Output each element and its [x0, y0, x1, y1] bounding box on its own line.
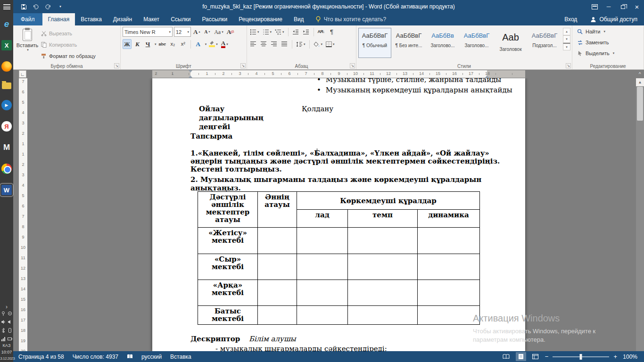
empty-cell[interactable] — [348, 280, 418, 306]
table-header-means[interactable]: Көркемдеуші құралдар — [297, 192, 480, 210]
empty-cell[interactable] — [418, 254, 480, 280]
excel-icon[interactable]: X — [1, 40, 12, 50]
taskbar-menu-icon[interactable] — [3, 4, 10, 9]
style-no-spacing[interactable]: АаБбВвГ¶ Без инте... — [392, 28, 425, 58]
redo-button[interactable] — [44, 3, 52, 10]
customize-qat-icon[interactable]: ▾ — [57, 3, 64, 10]
folder-icon[interactable] — [2, 82, 11, 89]
tab-file[interactable]: Файл — [13, 13, 42, 25]
paragraph-dialog-launcher[interactable]: ↘ — [350, 63, 355, 68]
styles-dialog-launcher[interactable]: ↘ — [566, 63, 571, 68]
language-indicator[interactable]: русский — [137, 354, 166, 360]
style-subtitle[interactable]: АаБбВвГПодзагол... — [528, 28, 561, 58]
table-header-schools[interactable]: Дәстүрлі әншілік мектептер атауы — [198, 192, 258, 228]
align-right-button[interactable] — [270, 39, 279, 49]
font-name-select[interactable]: Times New R▾ — [123, 27, 173, 37]
borders-button[interactable]: ▾ — [325, 39, 336, 49]
highlight-color-button[interactable]: ▾ — [208, 39, 219, 49]
tab-review[interactable]: Рецензирование — [233, 13, 288, 25]
battery-icon[interactable] — [8, 337, 12, 341]
ribbon-display-options-button[interactable] — [587, 0, 602, 13]
collapse-ribbon-button[interactable]: ^ — [636, 70, 644, 78]
tab-home[interactable]: Главная — [42, 13, 75, 25]
italic-button[interactable]: К — [133, 39, 142, 49]
change-case-button[interactable]: Аа▾ — [213, 27, 224, 37]
style-title[interactable]: АabЗаголовок — [494, 28, 527, 58]
font-dialog-launcher[interactable]: ↘ — [240, 63, 246, 68]
subscript-button[interactable]: x₂ — [168, 39, 177, 49]
tab-layout[interactable]: Макет — [138, 13, 165, 25]
empty-cell[interactable] — [297, 228, 348, 254]
tab-references[interactable]: Ссылки — [165, 13, 196, 25]
insert-mode-indicator[interactable]: Вставка — [166, 354, 196, 360]
style-normal[interactable]: АаБбВвГ¶ Обычный — [358, 28, 391, 58]
underline-button[interactable]: Ч — [143, 39, 152, 49]
clock-time[interactable]: 10:07 — [1, 350, 12, 354]
web-layout-button[interactable] — [530, 352, 541, 361]
line-spacing-button[interactable]: ▾ — [295, 39, 306, 49]
text-effects-button[interactable]: А — [194, 39, 203, 49]
document-page[interactable]: •Музыканы түріне, стиліне, жанрына талда… — [152, 78, 525, 351]
tray-expand-icon[interactable]: › — [6, 304, 8, 309]
firefox-icon[interactable] — [1, 61, 12, 72]
m-app-icon[interactable]: M — [1, 142, 12, 153]
empty-cell[interactable] — [348, 254, 418, 280]
font-color-button[interactable]: А▾ — [220, 39, 229, 49]
first-line-indent-marker[interactable] — [189, 70, 192, 73]
close-button[interactable]: × — [630, 0, 644, 13]
speaker-icon[interactable] — [8, 320, 12, 324]
decrease-indent-button[interactable] — [291, 27, 300, 37]
align-center-button[interactable] — [259, 39, 268, 49]
zoom-slider[interactable] — [553, 356, 609, 357]
sign-in-button[interactable]: Вход — [558, 13, 584, 25]
tab-insert[interactable]: Вставка — [75, 13, 107, 25]
vertical-ruler[interactable]: 76543211234567891011121314151617181920 — [19, 78, 27, 351]
table-subheader-dynamics[interactable]: динамика — [418, 210, 480, 228]
clock-date[interactable]: 13.12.2023 — [0, 356, 15, 361]
zoom-in-button[interactable]: + — [613, 353, 617, 360]
font-size-select[interactable]: 12▾ — [174, 27, 191, 37]
empty-cell[interactable] — [297, 254, 348, 280]
empty-cell[interactable] — [258, 280, 297, 306]
chrome-icon[interactable] — [1, 164, 12, 174]
scroll-up-button[interactable]: ▲ — [636, 78, 644, 86]
empty-cell[interactable] — [418, 280, 480, 306]
shading-button[interactable]: ▾ — [313, 39, 324, 49]
style-heading1[interactable]: АаБбВвЗаголово... — [426, 28, 459, 58]
phone-icon[interactable] — [8, 328, 12, 333]
underline-dropdown[interactable]: ▾ — [155, 42, 157, 46]
justify-button[interactable] — [280, 39, 289, 49]
tell-me-box[interactable]: Что вы хотите сделать? — [310, 13, 392, 25]
horizontal-ruler[interactable]: 21 123456789101112131415161718 — [152, 70, 525, 78]
table-subheader-lad[interactable]: лад — [297, 210, 348, 228]
align-left-button[interactable] — [249, 39, 258, 49]
media-player-icon[interactable]: ▶ — [1, 100, 12, 110]
proofing-status[interactable] — [123, 354, 137, 359]
clipboard-dialog-launcher[interactable]: ↘ — [114, 63, 119, 68]
paste-button[interactable]: Вставить ▾ — [15, 27, 40, 62]
school-cell[interactable]: «Жетісу» мектебі — [198, 228, 258, 254]
vertical-scrollbar[interactable]: ▲ — [636, 78, 644, 351]
table-header-song[interactable]: Әннің атауы — [258, 192, 297, 228]
empty-cell[interactable] — [418, 228, 480, 254]
bullets-button[interactable]: ▾ — [249, 27, 260, 37]
empty-cell[interactable] — [258, 306, 297, 325]
styles-scroll-up-button[interactable]: ▴ — [563, 28, 570, 35]
bluetooth-icon[interactable] — [1, 328, 6, 333]
scrollbar-thumb[interactable] — [637, 87, 643, 121]
empty-cell[interactable] — [258, 254, 297, 280]
increase-indent-button[interactable] — [302, 27, 311, 37]
right-indent-marker[interactable] — [485, 75, 489, 78]
school-cell[interactable]: Батыс мектебі — [198, 306, 258, 325]
school-cell[interactable]: «Арқа» мектебі — [198, 280, 258, 306]
empty-cell[interactable] — [297, 280, 348, 306]
tab-view[interactable]: Вид — [288, 13, 310, 25]
style-heading2[interactable]: АаБбВвГЗаголово... — [460, 28, 493, 58]
grow-font-button[interactable]: А▲ — [192, 27, 201, 37]
tab-mailings[interactable]: Рассылки — [196, 13, 233, 25]
undo-button[interactable] — [32, 3, 40, 10]
school-cell[interactable]: «Сыр» мектебі — [198, 254, 258, 280]
select-button[interactable]: Выделить▾ — [577, 49, 642, 58]
numbering-button[interactable]: ▾ — [262, 27, 273, 37]
superscript-button[interactable]: x² — [179, 39, 188, 49]
